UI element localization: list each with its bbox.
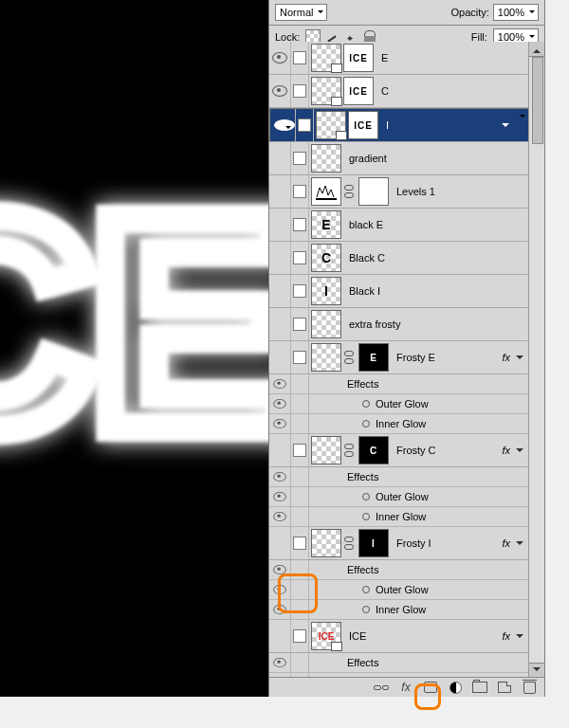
scroll-down-button[interactable] (529, 663, 544, 678)
layer-name[interactable]: E (381, 52, 529, 64)
eye-icon[interactable] (272, 85, 287, 97)
layer-thumbnail[interactable] (311, 529, 341, 557)
layer-mask[interactable]: ICE (348, 111, 378, 139)
layer-name[interactable]: extra frosty (349, 318, 529, 330)
opacity-field[interactable]: 100% (493, 4, 539, 21)
layer-mask[interactable] (358, 177, 389, 206)
adjustment-thumbnail[interactable] (311, 177, 341, 206)
scroll-thumb[interactable] (532, 57, 543, 144)
eye-icon[interactable] (274, 119, 295, 131)
eye-icon[interactable] (273, 419, 286, 428)
eye-icon[interactable] (273, 379, 286, 389)
layer-thumbnail[interactable] (311, 310, 341, 338)
fx-badge[interactable]: fx (502, 352, 516, 363)
eye-icon[interactable] (273, 585, 286, 594)
link-checkbox[interactable] (293, 51, 306, 64)
link-checkbox[interactable] (298, 118, 311, 132)
effect-row[interactable]: Outer Glow (269, 487, 529, 507)
layer-mask[interactable]: ICE (343, 77, 374, 105)
link-checkbox[interactable] (293, 84, 306, 98)
layer-name[interactable]: I (386, 119, 502, 131)
layer-name[interactable]: Frosty E (396, 352, 502, 363)
layer-thumbnail[interactable]: ICE (311, 622, 341, 650)
effect-row[interactable]: Inner Glow (269, 507, 529, 527)
layer-row[interactable]: I Black I (269, 275, 529, 308)
layer-mask[interactable]: E (358, 343, 389, 372)
layer-thumbnail[interactable] (311, 77, 341, 105)
layer-row[interactable]: ICE ICE fx (269, 620, 529, 653)
link-icon[interactable] (344, 444, 354, 457)
scroll-up-button[interactable] (529, 42, 544, 57)
layer-row-selected[interactable]: ICE I (269, 108, 529, 142)
layer-name[interactable]: gradient (349, 153, 529, 164)
collapse-icon[interactable] (502, 123, 509, 131)
layer-row[interactable]: Levels 1 (269, 175, 529, 209)
layer-name[interactable]: Black C (349, 252, 529, 264)
layer-fx-icon[interactable]: fx (398, 681, 413, 694)
layer-name[interactable]: Black I (349, 285, 529, 297)
link-checkbox[interactable] (293, 218, 306, 231)
layers-scrollbar[interactable] (528, 42, 544, 678)
layer-row[interactable]: I Frosty I fx (269, 527, 529, 560)
fx-badge[interactable]: fx (502, 537, 516, 549)
layer-name[interactable]: Frosty C (396, 445, 502, 456)
effects-header[interactable]: Effects (269, 560, 529, 580)
eye-icon[interactable] (273, 492, 286, 501)
layer-row[interactable]: ICE E (269, 42, 529, 75)
layer-row[interactable]: C Frosty C fx (269, 434, 529, 467)
layer-thumbnail[interactable] (311, 44, 341, 72)
layer-thumbnail[interactable] (311, 144, 341, 173)
layer-mask[interactable]: C (358, 436, 389, 464)
layer-list[interactable]: ICE E ICE C ICE I (269, 42, 529, 678)
layer-name[interactable]: ICE (349, 630, 502, 642)
link-checkbox[interactable] (293, 251, 306, 264)
new-layer-icon[interactable] (498, 682, 511, 693)
layer-thumbnail[interactable] (311, 343, 341, 372)
link-checkbox[interactable] (293, 629, 306, 643)
document-canvas[interactable]: C E (0, 0, 268, 697)
fx-badge[interactable]: fx (502, 630, 516, 642)
eye-icon[interactable] (273, 472, 286, 482)
link-checkbox[interactable] (293, 351, 306, 364)
link-checkbox[interactable] (293, 318, 306, 331)
fx-badge[interactable]: fx (502, 445, 516, 456)
layer-thumbnail[interactable]: C (311, 244, 341, 272)
collapse-icon[interactable] (516, 541, 523, 549)
layer-name[interactable]: C (381, 85, 529, 97)
effect-row[interactable]: Outer Glow (269, 394, 529, 414)
effect-row[interactable]: Inner Glow (269, 600, 529, 620)
link-checkbox[interactable] (293, 152, 306, 165)
eye-icon[interactable] (273, 605, 286, 614)
layer-row[interactable]: E Frosty E fx (269, 341, 529, 374)
effect-row[interactable]: Inner Glow (269, 414, 529, 434)
effects-header[interactable]: Effects (269, 374, 529, 394)
link-checkbox[interactable] (293, 185, 306, 198)
link-layers-icon[interactable] (374, 681, 389, 694)
collapse-icon[interactable] (516, 448, 523, 456)
layer-row[interactable]: C Black C (269, 242, 529, 275)
link-checkbox[interactable] (293, 537, 306, 550)
layer-name[interactable]: Levels 1 (396, 186, 529, 197)
layer-thumbnail[interactable]: I (311, 277, 341, 305)
layer-mask[interactable]: I (358, 529, 389, 557)
collapse-icon[interactable] (516, 634, 523, 642)
effect-row[interactable]: Outer Glow (269, 580, 529, 600)
effects-header[interactable]: Effects (269, 467, 529, 487)
layer-thumbnail[interactable] (316, 111, 346, 139)
layer-name[interactable]: black E (349, 219, 529, 230)
link-checkbox[interactable] (293, 444, 306, 457)
link-icon[interactable] (344, 185, 354, 198)
delete-layer-icon[interactable] (523, 682, 536, 694)
adjustment-layer-icon[interactable] (450, 682, 462, 694)
new-group-icon[interactable] (472, 682, 487, 693)
eye-icon[interactable] (273, 512, 286, 521)
effects-header[interactable]: Effects (269, 653, 529, 673)
layer-mask[interactable]: ICE (343, 44, 374, 72)
layer-row[interactable]: extra frosty (269, 308, 529, 341)
eye-icon[interactable] (272, 52, 287, 64)
link-icon[interactable] (344, 537, 354, 550)
eye-icon[interactable] (273, 565, 286, 574)
layer-row[interactable]: gradient (269, 142, 529, 175)
link-icon[interactable] (344, 351, 354, 364)
layer-thumbnail[interactable] (311, 436, 341, 464)
